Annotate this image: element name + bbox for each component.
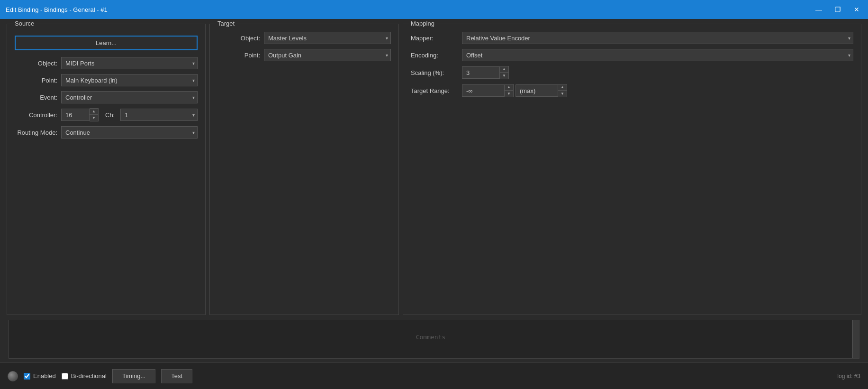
mapping-target-range-row: Target Range: ▲ ▼ ▲ ▼: [411, 84, 853, 97]
timing-button[interactable]: Timing...: [112, 369, 155, 383]
source-object-select[interactable]: MIDI Ports: [61, 57, 198, 69]
source-controller-input[interactable]: [61, 109, 90, 121]
target-object-select[interactable]: Master Levels: [264, 32, 391, 44]
bottom-bar: Enabled Bi-directional Timing... Test lo…: [0, 362, 868, 389]
mapping-range-min-input[interactable]: [462, 84, 505, 97]
source-event-select[interactable]: Controller: [61, 91, 198, 103]
test-button[interactable]: Test: [161, 369, 192, 383]
main-content: Source Learn... Object: MIDI Ports ▾ Poi…: [0, 19, 868, 389]
source-controller-row: Controller: ▲ ▼ Ch: 1 ▾: [15, 108, 198, 121]
mapping-mapper-select[interactable]: Relative Value Encoder: [462, 32, 853, 44]
target-point-label: Point:: [217, 52, 260, 59]
source-controller-down-button[interactable]: ▼: [90, 115, 98, 121]
target-object-row: Object: Master Levels ▾: [217, 32, 391, 44]
minimize-button[interactable]: —: [813, 4, 824, 15]
source-controller-label: Controller:: [15, 111, 57, 119]
mapping-mapper-row: Mapper: Relative Value Encoder ▾: [411, 32, 853, 44]
source-controller-spinner: ▲ ▼: [61, 108, 99, 121]
target-point-select[interactable]: Output Gain: [264, 49, 391, 61]
enabled-checkbox[interactable]: [24, 373, 30, 380]
target-point-row: Point: Output Gain ▾: [217, 49, 391, 61]
source-object-row: Object: MIDI Ports ▾: [15, 57, 198, 69]
log-id: log id: #3: [837, 373, 860, 380]
mapping-scaling-row: Scaling (%): ▲ ▼: [411, 66, 853, 79]
mapping-mapper-label: Mapper:: [411, 35, 458, 42]
status-led: [8, 371, 18, 381]
mapping-scaling-up-button[interactable]: ▲: [500, 66, 508, 73]
source-panel-title: Source: [13, 20, 36, 27]
mapping-scaling-spinner-buttons: ▲ ▼: [500, 66, 509, 79]
mapping-range-max-spinner: ▲ ▼: [515, 84, 567, 97]
target-panel: Target Object: Master Levels ▾ Point: Ou…: [209, 24, 399, 315]
source-routing-label: Routing Mode:: [15, 129, 57, 136]
source-panel: Source Learn... Object: MIDI Ports ▾ Poi…: [7, 24, 206, 315]
source-routing-select-wrapper: Continue ▾: [61, 126, 198, 139]
learn-button-wrapper: Learn...: [15, 36, 198, 50]
bidirectional-label: Bi-directional: [71, 372, 107, 380]
comments-wrapper: [9, 320, 859, 359]
source-routing-select[interactable]: Continue: [61, 126, 198, 139]
target-point-select-wrapper: Output Gain ▾: [264, 49, 391, 61]
mapping-target-range-label: Target Range:: [411, 87, 458, 94]
target-panel-title: Target: [216, 20, 236, 27]
comments-scrollbar[interactable]: [852, 320, 859, 358]
source-controller-up-button[interactable]: ▲: [90, 109, 98, 115]
mapping-scaling-down-button[interactable]: ▼: [500, 73, 508, 79]
source-event-label: Event:: [15, 94, 57, 101]
close-button[interactable]: ✕: [851, 4, 862, 15]
mapping-scaling-input[interactable]: [462, 66, 500, 79]
mapping-range-min-up-button[interactable]: ▲: [505, 84, 513, 91]
enabled-label: Enabled: [33, 372, 56, 380]
source-ch-select-wrapper: 1 ▾: [120, 109, 198, 121]
mapping-encoding-select[interactable]: Offset: [462, 49, 853, 61]
mapping-encoding-label: Encoding:: [411, 52, 458, 59]
mapping-range-max-down-button[interactable]: ▼: [558, 91, 567, 97]
source-event-row: Event: Controller ▾: [15, 91, 198, 103]
mapping-encoding-row: Encoding: Offset ▾: [411, 49, 853, 61]
source-object-label: Object:: [15, 60, 57, 67]
maximize-button[interactable]: ❐: [832, 4, 843, 15]
titlebar-controls: — ❐ ✕: [813, 4, 862, 15]
mapping-range-min-buttons: ▲ ▼: [505, 84, 514, 97]
source-routing-row: Routing Mode: Continue ▾: [15, 126, 198, 139]
mapping-range-min-down-button[interactable]: ▼: [505, 91, 513, 97]
source-point-label: Point:: [15, 77, 57, 84]
mapping-range-max-up-button[interactable]: ▲: [558, 84, 567, 91]
mapping-range-group: ▲ ▼ ▲ ▼: [462, 84, 567, 97]
source-object-select-wrapper: MIDI Ports ▾: [61, 57, 198, 69]
target-object-select-wrapper: Master Levels ▾: [264, 32, 391, 44]
mapping-range-min-spinner: ▲ ▼: [462, 84, 514, 97]
source-ch-label: Ch:: [105, 111, 115, 119]
comments-textarea[interactable]: [9, 320, 852, 358]
mapping-encoding-select-wrapper: Offset ▾: [462, 49, 853, 61]
source-point-select-wrapper: Main Keyboard (in) ▾: [61, 74, 198, 86]
target-object-label: Object:: [217, 35, 260, 42]
bidirectional-checkbox[interactable]: [62, 373, 68, 380]
mapping-range-max-input[interactable]: [515, 84, 558, 97]
source-ch-select[interactable]: 1: [120, 109, 198, 121]
mapping-range-max-buttons: ▲ ▼: [558, 84, 567, 97]
mapping-mapper-select-wrapper: Relative Value Encoder ▾: [462, 32, 853, 44]
source-point-select[interactable]: Main Keyboard (in): [61, 74, 198, 86]
mapping-scaling-label: Scaling (%):: [411, 69, 458, 76]
titlebar: Edit Binding - Bindings - General - #1 —…: [0, 0, 868, 19]
source-event-select-wrapper: Controller ▾: [61, 91, 198, 103]
source-point-row: Point: Main Keyboard (in) ▾: [15, 74, 198, 86]
learn-button[interactable]: Learn...: [15, 36, 198, 50]
bidirectional-checkbox-wrapper[interactable]: Bi-directional: [62, 372, 107, 380]
comments-container: [9, 320, 859, 359]
mapping-scaling-spinner: ▲ ▼: [462, 66, 509, 79]
source-controller-spinner-buttons: ▲ ▼: [90, 108, 99, 121]
mapping-panel-title: Mapping: [409, 20, 436, 27]
enabled-checkbox-wrapper[interactable]: Enabled: [24, 372, 56, 380]
mapping-panel: Mapping Mapper: Relative Value Encoder ▾…: [403, 24, 861, 315]
panels-row: Source Learn... Object: MIDI Ports ▾ Poi…: [0, 19, 868, 320]
titlebar-title: Edit Binding - Bindings - General - #1: [6, 6, 108, 13]
